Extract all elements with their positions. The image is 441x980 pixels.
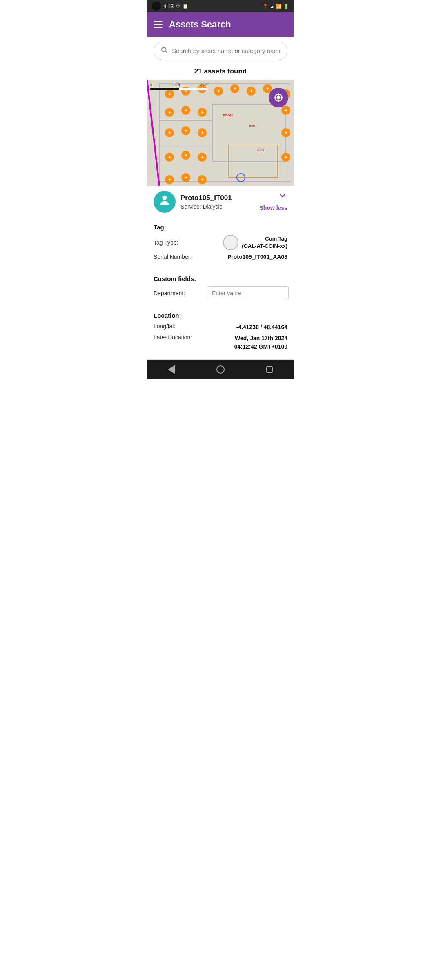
recent-icon <box>266 366 273 373</box>
svg-point-0 <box>162 47 166 52</box>
svg-text:✦: ✦ <box>184 153 188 158</box>
home-icon <box>216 365 225 374</box>
nav-bar <box>147 360 294 379</box>
asset-card: Proto105_IT001 Service: Dialysis Show le… <box>147 186 294 218</box>
map-container[interactable]: 0 15 ft 30 ft ✦ ✦ ✦ ✦ ✦ ✦ ✦ ✦ <box>147 80 294 186</box>
svg-text:BUR7: BUR7 <box>249 124 257 127</box>
latest-location-label: Latest location: <box>154 334 207 341</box>
coin-tag-container: Coin Tag (OAL-AT-COIN-xx) <box>207 235 287 250</box>
asset-text: Proto105_IT001 Service: Dialysis <box>180 194 232 210</box>
home-button[interactable] <box>214 363 227 376</box>
serial-number-value: Proto105_IT001_AA03 <box>207 254 287 260</box>
latest-location-date: Wed, Jan 17th 2024 <box>235 335 287 341</box>
results-count: 21 assets found <box>147 65 294 80</box>
scale-0: 0 <box>150 83 152 87</box>
settings-icon: ⚙ <box>176 4 180 9</box>
app-header: Assets Search <box>147 12 294 37</box>
search-box <box>154 42 287 60</box>
location-section-title: Location: <box>154 312 287 319</box>
battery-icon: 🔋 <box>283 4 289 9</box>
coin-tag-icon <box>223 235 238 250</box>
asset-name: Proto105_IT001 <box>180 194 232 202</box>
svg-text:✦: ✦ <box>200 177 204 182</box>
svg-text:✦: ✦ <box>284 130 288 135</box>
asset-service: Service: Dialysis <box>180 203 232 210</box>
asset-info: Proto105_IT001 Service: Dialysis <box>154 191 232 213</box>
svg-text:✦: ✦ <box>168 91 172 96</box>
tag-type-label: Tag Type: <box>154 239 207 246</box>
svg-line-1 <box>165 51 167 53</box>
show-less-button[interactable]: Show less <box>260 205 287 211</box>
svg-text:✦: ✦ <box>284 155 288 160</box>
status-avatar <box>152 2 161 11</box>
page-title: Assets Search <box>169 19 231 30</box>
svg-text:✦: ✦ <box>184 175 188 180</box>
latest-location-row: Latest location: Wed, Jan 17th 2024 04:1… <box>154 334 287 351</box>
location-icon: 📍 <box>263 4 268 9</box>
long-lat-row: Long/lat: -4.41230 / 48.44164 <box>154 323 287 332</box>
svg-text:✦: ✦ <box>217 89 220 94</box>
scale-line <box>150 88 207 90</box>
svg-text:✦: ✦ <box>200 130 204 135</box>
avatar-icon <box>158 194 171 209</box>
map-scale: 0 15 ft 30 ft <box>150 83 207 90</box>
svg-text:✦: ✦ <box>200 155 204 160</box>
coin-tag-text: Coin Tag (OAL-AT-COIN-xx) <box>242 235 287 250</box>
scale-30: 30 ft <box>200 83 207 87</box>
asset-avatar <box>154 191 176 213</box>
location-section: Location: Long/lat: -4.41230 / 48.44164 … <box>147 306 294 360</box>
recent-button[interactable] <box>263 363 276 376</box>
coin-tag-code: (OAL-AT-COIN-xx) <box>242 243 287 249</box>
signal-icon: 📶 <box>276 4 282 9</box>
tag-section-title: Tag: <box>154 224 287 231</box>
svg-text:✦: ✦ <box>233 86 237 91</box>
latest-location-value: Wed, Jan 17th 2024 04:12:42 GMT+0100 <box>207 334 287 351</box>
custom-fields-title: Custom fields: <box>154 275 287 282</box>
menu-button[interactable] <box>154 21 163 28</box>
asset-actions: Show less <box>260 191 287 211</box>
svg-text:✦: ✦ <box>266 86 270 91</box>
asset-header: Proto105_IT001 Service: Dialysis Show le… <box>154 191 287 213</box>
svg-text:✦: ✦ <box>184 128 188 133</box>
long-lat-label: Long/lat: <box>154 323 207 330</box>
svg-text:R250: R250 <box>257 148 265 152</box>
tag-section: Tag: Tag Type: Coin Tag (OAL-AT-COIN-xx)… <box>147 218 294 270</box>
svg-text:✦: ✦ <box>168 130 172 135</box>
svg-text:ROOM: ROOM <box>223 114 233 117</box>
svg-text:✦: ✦ <box>168 177 172 182</box>
serial-number-label: Serial Number: <box>154 254 207 260</box>
svg-text:✦: ✦ <box>168 110 172 115</box>
location-center-button[interactable] <box>269 88 288 107</box>
department-input[interactable] <box>207 286 289 300</box>
back-icon <box>168 365 175 374</box>
svg-text:✦: ✦ <box>284 108 288 113</box>
department-row: Department: <box>154 286 287 300</box>
custom-fields-section: Custom fields: Department: <box>147 270 294 306</box>
scale-15: 15 ft <box>173 83 180 87</box>
latest-location-time: 04:12:42 GMT+0100 <box>234 343 287 350</box>
status-bar: 4:13 ⚙ 📋 📍 ▲ 📶 🔋 <box>147 0 294 12</box>
coin-tag-name: Coin Tag <box>265 236 287 242</box>
svg-text:✦: ✦ <box>168 155 172 160</box>
back-button[interactable] <box>165 363 178 376</box>
svg-text:✦: ✦ <box>200 110 204 115</box>
expand-chevron[interactable] <box>278 191 287 203</box>
search-input[interactable] <box>172 47 281 54</box>
svg-text:✦: ✦ <box>249 89 253 94</box>
clipboard-icon: 📋 <box>183 4 188 9</box>
department-label: Department: <box>154 290 207 296</box>
scale-labels: 0 15 ft 30 ft <box>150 83 207 87</box>
svg-text:✦: ✦ <box>184 108 188 113</box>
tag-type-row: Tag Type: Coin Tag (OAL-AT-COIN-xx) <box>154 235 287 250</box>
search-container <box>147 37 294 65</box>
wifi-icon: ▲ <box>270 4 274 9</box>
status-time: 4:13 <box>163 3 174 9</box>
search-icon <box>160 46 168 56</box>
svg-point-59 <box>277 96 281 100</box>
svg-rect-66 <box>162 196 167 198</box>
long-lat-value: -4.41230 / 48.44164 <box>207 323 287 332</box>
serial-number-row: Serial Number: Proto105_IT001_AA03 <box>154 254 287 260</box>
